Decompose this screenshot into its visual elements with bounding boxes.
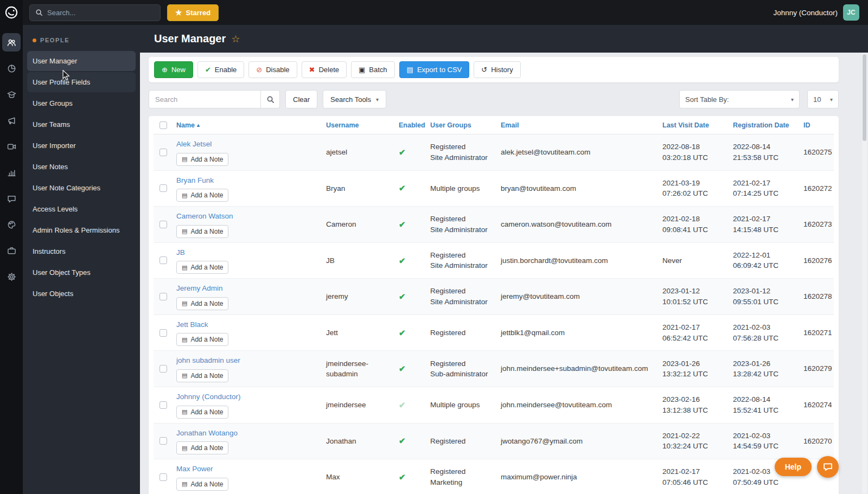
sidebar-item-user-teams[interactable]: User Teams bbox=[27, 114, 136, 134]
add-note-button[interactable]: ▤Add a Note bbox=[176, 225, 228, 238]
add-note-button[interactable]: ▤Add a Note bbox=[176, 441, 228, 454]
column-header-name[interactable]: Name▴ bbox=[173, 121, 323, 129]
users-table: Name▴UsernameEnabledUser GroupsEmailLast… bbox=[149, 116, 839, 494]
history-button[interactable]: ↺History bbox=[474, 61, 520, 78]
enable-button[interactable]: ✔Enable bbox=[197, 61, 244, 78]
sort-table-select[interactable]: Sort Table By: ▾ bbox=[679, 90, 800, 108]
help-button[interactable]: Help bbox=[775, 458, 812, 476]
sidebar-item-user-manager[interactable]: User Manager bbox=[27, 51, 136, 71]
caret-down-icon: ▾ bbox=[791, 97, 794, 102]
row-checkbox[interactable] bbox=[159, 256, 167, 264]
sidebar-item-user-note-categories[interactable]: User Note Categories bbox=[27, 178, 136, 198]
row-checkbox[interactable] bbox=[159, 221, 167, 228]
column-header-email[interactable]: Email bbox=[497, 121, 659, 129]
add-note-button[interactable]: ▤Add a Note bbox=[176, 153, 228, 166]
page-size-select[interactable]: 10 ▾ bbox=[807, 90, 839, 108]
batch-button[interactable]: ▣Batch bbox=[351, 61, 395, 78]
rail-item-chat[interactable] bbox=[2, 189, 21, 208]
user-name-link[interactable]: Alek Jetsel bbox=[176, 139, 212, 150]
sidebar-item-user-groups[interactable]: User Groups bbox=[27, 93, 136, 113]
add-note-button[interactable]: ▤Add a Note bbox=[176, 333, 228, 346]
sidebar-section-people: PEOPLE bbox=[23, 31, 140, 50]
batch-icon: ▣ bbox=[359, 66, 365, 73]
note-icon: ▤ bbox=[182, 264, 187, 271]
add-note-button[interactable]: ▤Add a Note bbox=[176, 261, 228, 274]
select-all-checkbox[interactable] bbox=[159, 121, 167, 129]
column-header-user-groups[interactable]: User Groups bbox=[427, 121, 497, 129]
username-value: Max bbox=[326, 473, 340, 481]
row-checkbox[interactable] bbox=[159, 149, 167, 156]
row-checkbox[interactable] bbox=[159, 437, 167, 445]
sidebar-item-user-objects[interactable]: User Objects bbox=[27, 284, 136, 304]
sidebar-item-user-notes[interactable]: User Notes bbox=[27, 157, 136, 177]
sidebar-item-user-object-types[interactable]: User Object Types bbox=[27, 262, 136, 283]
new-button[interactable]: ⊕New bbox=[154, 61, 193, 78]
enabled-check-icon: ✔ bbox=[399, 364, 406, 373]
user-name-link[interactable]: Jett Black bbox=[176, 319, 208, 330]
row-checkbox[interactable] bbox=[159, 473, 167, 481]
add-note-label: Add a Note bbox=[190, 372, 223, 380]
sidebar-item-access-levels[interactable]: Access Levels bbox=[27, 199, 136, 219]
rail-item-graduation-cap[interactable] bbox=[2, 85, 21, 104]
starred-label: Starred bbox=[186, 9, 211, 17]
sidebar-item-user-importer[interactable]: User Importer bbox=[27, 136, 136, 156]
sidebar-item-user-profile-fields[interactable]: User Profile Fields bbox=[27, 72, 136, 92]
export-csv-button[interactable]: ▤Export to CSV bbox=[399, 61, 470, 78]
column-header-username[interactable]: Username bbox=[323, 121, 395, 129]
scrollbar-thumb[interactable] bbox=[863, 54, 866, 141]
column-header-registration-date[interactable]: Registration Date bbox=[730, 121, 800, 129]
rail-item-pie-chart[interactable] bbox=[2, 59, 21, 78]
global-search-input[interactable] bbox=[47, 9, 155, 17]
column-header-id[interactable]: ID bbox=[800, 121, 833, 129]
rail-item-briefcase[interactable] bbox=[2, 241, 21, 260]
row-checkbox[interactable] bbox=[159, 401, 167, 409]
rail-item-video[interactable] bbox=[2, 137, 21, 156]
search-submit-button[interactable] bbox=[260, 90, 280, 108]
user-name-link[interactable]: Jeremy Admin bbox=[176, 283, 223, 294]
row-checkbox[interactable] bbox=[159, 329, 167, 337]
user-name-link[interactable]: Max Power bbox=[176, 464, 213, 474]
row-checkbox[interactable] bbox=[159, 365, 167, 373]
user-name-link[interactable]: Jonathan Wotango bbox=[176, 428, 238, 439]
app-logo[interactable] bbox=[4, 0, 18, 25]
user-name-link[interactable]: JB bbox=[176, 247, 185, 258]
disable-button[interactable]: ⊘Disable bbox=[248, 61, 297, 78]
add-note-button[interactable]: ▤Add a Note bbox=[176, 189, 228, 202]
vertical-scrollbar[interactable] bbox=[862, 53, 867, 494]
rail-item-palette[interactable] bbox=[2, 215, 21, 234]
file-icon: ▤ bbox=[407, 66, 413, 73]
user-name-link[interactable]: john subadmin user bbox=[176, 355, 240, 366]
table-row: Alek Jetsel▤Add a Noteajetsel✔Registered… bbox=[154, 134, 834, 171]
user-name-link[interactable]: Cameron Watson bbox=[176, 211, 233, 222]
sidebar-item-admin-roles-permissions[interactable]: Admin Roles & Permissions bbox=[27, 220, 136, 240]
user-name-link[interactable]: Bryan Funk bbox=[176, 175, 214, 186]
starred-button[interactable]: ★ Starred bbox=[167, 4, 219, 21]
delete-button[interactable]: ✖Delete bbox=[302, 61, 347, 78]
table-search-input[interactable] bbox=[149, 90, 260, 108]
rail-item-gear[interactable] bbox=[2, 267, 21, 286]
row-checkbox[interactable] bbox=[159, 184, 167, 192]
add-note-label: Add a Note bbox=[190, 300, 223, 307]
global-search[interactable] bbox=[29, 4, 161, 21]
add-note-button[interactable]: ▤Add a Note bbox=[176, 297, 228, 310]
column-header-enabled[interactable]: Enabled bbox=[395, 121, 427, 129]
registration-date-value: 2022-08-14 15:52:41 UTC bbox=[733, 394, 797, 415]
username-value: Jonathan bbox=[326, 437, 356, 445]
user-avatar[interactable]: JC bbox=[843, 4, 859, 21]
user-name-link[interactable]: Johnny (Conductor) bbox=[176, 392, 241, 402]
row-checkbox[interactable] bbox=[159, 293, 167, 300]
add-note-button[interactable]: ▤Add a Note bbox=[176, 369, 228, 382]
current-user-label[interactable]: Johnny (Conductor) bbox=[773, 9, 838, 17]
clear-button[interactable]: Clear bbox=[285, 90, 317, 108]
chat-button[interactable] bbox=[817, 456, 839, 478]
add-note-button[interactable]: ▤Add a Note bbox=[176, 478, 228, 491]
table-row: JB▤Add a NoteJB✔RegisteredSite Administr… bbox=[154, 243, 834, 279]
rail-item-bar-chart[interactable] bbox=[2, 163, 21, 182]
rail-item-users[interactable] bbox=[2, 33, 21, 52]
search-tools-button[interactable]: Search Tools ▾ bbox=[323, 90, 386, 108]
favorite-star-icon[interactable]: ☆ bbox=[231, 33, 240, 45]
add-note-button[interactable]: ▤Add a Note bbox=[176, 406, 228, 419]
sidebar-item-instructors[interactable]: Instructors bbox=[27, 241, 136, 261]
column-header-last-visit-date[interactable]: Last Visit Date bbox=[659, 121, 730, 129]
rail-item-megaphone[interactable] bbox=[2, 111, 21, 130]
